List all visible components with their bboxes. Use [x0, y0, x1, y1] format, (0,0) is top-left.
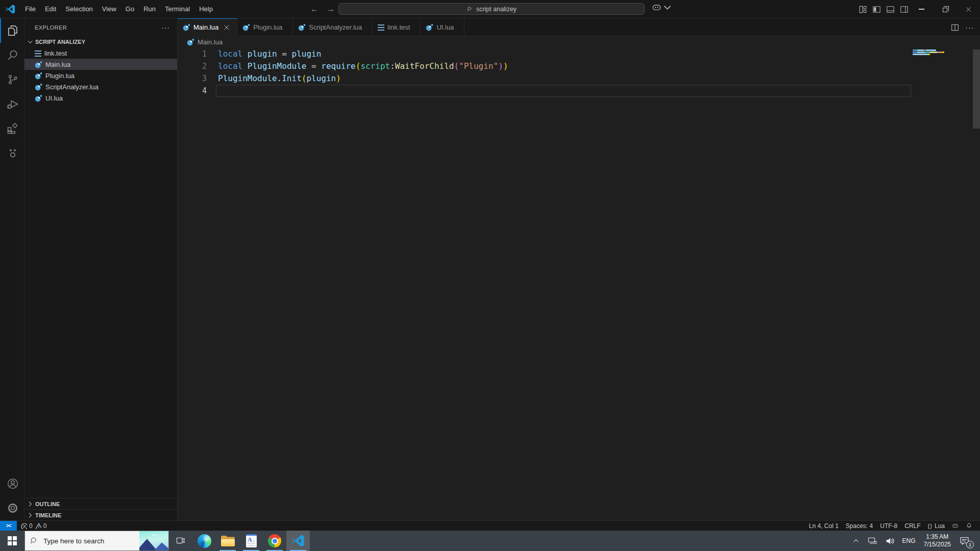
activitybar-manage[interactable] — [0, 496, 24, 520]
sidebar-bottom-sections: OUTLINE TIMELINE — [24, 498, 177, 520]
toggle-primary-sidebar-button[interactable] — [872, 5, 881, 14]
menu-selection[interactable]: Selection — [61, 3, 97, 16]
tab-close-button[interactable] — [222, 22, 232, 33]
activitybar-extensions[interactable] — [0, 116, 24, 141]
activitybar-run-and-debug[interactable] — [0, 92, 24, 116]
taskbar-app-chrome[interactable] — [263, 531, 286, 551]
toggle-secondary-sidebar-button[interactable] — [900, 5, 909, 14]
code-line-4 — [218, 85, 508, 97]
editor-more-actions-button[interactable]: ··· — [965, 23, 974, 32]
folder-section-header[interactable]: SCRIPT ANALIZEY — [24, 36, 177, 47]
sidebar-file-ScriptAnalyzer.lua[interactable]: ScriptAnalyzer.lua — [24, 81, 177, 92]
status-lua[interactable]: { }Lua — [924, 521, 948, 531]
remote-indicator[interactable]: >< — [0, 521, 17, 531]
tray-expand-button[interactable] — [848, 531, 864, 551]
activitybar-custom-extension[interactable] — [0, 141, 24, 165]
activitybar-search[interactable] — [0, 43, 24, 67]
volume-control[interactable] — [881, 531, 898, 551]
status-copilot[interactable] — [948, 521, 962, 531]
activitybar-accounts[interactable] — [0, 471, 24, 496]
taskbar-app-journal[interactable] — [239, 531, 263, 551]
lua-file-icon — [35, 61, 42, 68]
status-utf-8[interactable]: UTF-8 — [876, 521, 901, 531]
code-editor[interactable]: 1234 local plugin = pluginlocal PluginMo… — [178, 48, 980, 520]
search-icon — [30, 537, 38, 545]
forward-button[interactable]: → — [325, 5, 337, 14]
copilot-icon — [652, 3, 662, 12]
tab-ScriptAnalyzer.lua[interactable]: ScriptAnalyzer.lua — [293, 18, 373, 36]
network-icon — [868, 536, 877, 546]
start-button[interactable] — [0, 531, 24, 551]
menu-view[interactable]: View — [97, 3, 121, 16]
tab-Main.lua[interactable]: Main.lua — [178, 18, 237, 36]
back-button[interactable]: ← — [308, 5, 321, 14]
explorer-icon — [7, 24, 19, 37]
timeline-section-header[interactable]: TIMELINE — [24, 509, 177, 520]
run-and-debug-icon — [7, 98, 19, 110]
close-button[interactable] — [957, 0, 980, 18]
menu-edit[interactable]: Edit — [40, 3, 61, 16]
outline-section-header[interactable]: OUTLINE — [24, 498, 177, 509]
taskbar-app-file-explorer[interactable] — [216, 531, 239, 551]
custom-extension-icon — [7, 147, 19, 159]
task-view-button[interactable] — [169, 531, 192, 551]
customize-layout-button[interactable] — [859, 5, 867, 14]
menu-run[interactable]: Run — [139, 3, 160, 16]
input-language[interactable]: ENG — [898, 531, 920, 551]
minimize-button[interactable] — [910, 0, 933, 18]
tab-label: link.test — [387, 23, 410, 31]
menu-help[interactable]: Help — [194, 3, 217, 16]
window-controls — [910, 0, 980, 18]
network-status[interactable] — [864, 531, 881, 551]
search-highlight-image[interactable] — [139, 531, 168, 550]
history-navigation: ← → — [308, 0, 337, 18]
activitybar-explorer[interactable] — [0, 18, 24, 43]
line-number: 2 — [178, 60, 207, 72]
copilot-menu-button[interactable] — [652, 3, 672, 12]
tab-UI.lua[interactable]: UI.lua — [421, 18, 464, 36]
windows-logo-icon — [8, 536, 17, 545]
minimap[interactable] — [913, 49, 957, 56]
breadcrumb[interactable]: Main.lua — [178, 36, 980, 48]
taskbar-search[interactable]: Type here to search — [24, 531, 169, 551]
status-label: Spaces: 4 — [846, 522, 873, 530]
sidebar-file-Plugin.lua[interactable]: Plugin.lua — [24, 70, 177, 81]
line-number: 4 — [178, 85, 207, 97]
command-center-search[interactable]: script analizey — [338, 3, 645, 15]
action-center-button[interactable]: 2 — [955, 531, 975, 551]
status-notifications[interactable] — [962, 521, 976, 531]
status-crlf[interactable]: CRLF — [901, 521, 924, 531]
taskbar-app-vscode[interactable] — [286, 531, 310, 551]
warning-icon — [35, 522, 41, 529]
editor-scrollbar[interactable] — [973, 49, 980, 129]
search-icon — [467, 6, 473, 12]
menu-go[interactable]: Go — [121, 3, 139, 16]
notification-badge: 2 — [966, 541, 974, 548]
close-icon — [965, 6, 972, 13]
error-count: 0 — [29, 522, 33, 530]
sidebar-file-Main.lua[interactable]: Main.lua — [24, 59, 177, 70]
explorer-more-actions-button[interactable]: ··· — [161, 23, 170, 32]
warning-count: 0 — [43, 522, 47, 530]
menu-file[interactable]: File — [20, 3, 40, 16]
sidebar-file-link.test[interactable]: link.test — [24, 47, 177, 59]
clock[interactable]: 1:35 AM 7/15/2025 — [920, 531, 955, 551]
titlebar: FileEditSelectionViewGoRunTerminalHelp ←… — [0, 0, 980, 18]
sidebar-file-UI.lua[interactable]: UI.lua — [24, 92, 177, 104]
outline-section-label: OUTLINE — [35, 501, 60, 507]
problems-indicator[interactable]: 0 0 — [17, 521, 50, 531]
list-file-icon — [378, 24, 384, 31]
tab-Plugin.lua[interactable]: Plugin.lua — [237, 18, 293, 36]
tab-link.test[interactable]: link.test — [373, 18, 421, 36]
activitybar-source-control[interactable] — [0, 67, 24, 92]
toggle-panel-button[interactable] — [886, 5, 895, 14]
restore-button[interactable] — [933, 0, 957, 18]
status-ln-4-col-1[interactable]: Ln 4, Col 1 — [805, 521, 842, 531]
file-label: ScriptAnalyzer.lua — [45, 83, 99, 91]
menu-terminal[interactable]: Terminal — [160, 3, 194, 16]
split-editor-button[interactable] — [951, 23, 959, 32]
taskbar-app-edge[interactable] — [192, 531, 216, 551]
status-spaces-4[interactable]: Spaces: 4 — [842, 521, 876, 531]
chevron-right-icon — [26, 511, 34, 519]
date-label: 7/15/2025 — [924, 541, 951, 548]
